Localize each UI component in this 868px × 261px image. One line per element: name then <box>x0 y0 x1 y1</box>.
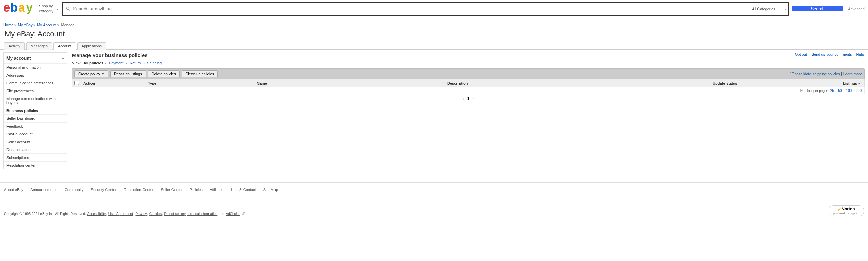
per-page-label: Number per page: <box>800 89 828 93</box>
norton-seal[interactable]: ✔Norton powered by digicert <box>829 205 864 216</box>
view-all[interactable]: All policies <box>84 61 103 65</box>
sidebar-item-addresses[interactable]: Addresses <box>4 71 67 79</box>
info-icon[interactable]: ⓘ <box>242 212 245 216</box>
view-filter-row: View: All policies • Payment • Return • … <box>72 61 865 68</box>
sort-desc-icon: ▼ <box>858 82 861 85</box>
policy-toolbar: Create policy ▼ Reassign listings Delete… <box>72 68 865 79</box>
dropdown-arrow-icon: ▼ <box>101 72 104 76</box>
sidebar-item-paypal[interactable]: PayPal account <box>4 130 67 138</box>
sidebar-item-resolution-center[interactable]: Resolution center <box>4 161 67 169</box>
advanced-search-link[interactable]: Advanced <box>848 7 865 11</box>
legal-user-agreement[interactable]: User Agreement <box>108 212 133 216</box>
col-description: Description <box>447 81 713 85</box>
search-button[interactable]: Search <box>792 6 843 11</box>
sidebar-item-comm-prefs[interactable]: Communication preferences <box>4 79 67 87</box>
legal-privacy[interactable]: Privacy <box>135 212 147 216</box>
col-name: Name <box>257 81 447 85</box>
ebay-logo-svg: e b a y <box>3 2 36 15</box>
tab-messages[interactable]: Messages <box>26 42 52 50</box>
per-page-200[interactable]: 200 <box>856 89 862 93</box>
breadcrumb-home[interactable]: Home <box>3 23 13 27</box>
legal-cookies[interactable]: Cookies <box>149 212 162 216</box>
page-title: My eBay: Account <box>0 28 868 42</box>
footer-resolution[interactable]: Resolution Center <box>123 187 153 192</box>
svg-text:e: e <box>3 2 10 14</box>
sidebar-item-seller-dashboard[interactable]: Seller Dashboard <box>4 114 67 122</box>
col-listings[interactable]: Listings▼ <box>828 81 862 85</box>
send-comments-link[interactable]: Send us your comments <box>812 52 852 56</box>
sidebar-item-donation[interactable]: Donation account <box>4 146 67 153</box>
reassign-listings-button[interactable]: Reassign listings <box>110 70 146 77</box>
footer-community[interactable]: Community <box>65 187 84 192</box>
main-content: Manage your business policies Opt out | … <box>72 52 865 103</box>
create-policy-label: Create policy <box>78 72 100 76</box>
svg-text:a: a <box>18 2 25 14</box>
search-icon <box>66 6 71 12</box>
pagination: ‹ 1 › <box>72 94 865 103</box>
breadcrumb-current: Manage <box>61 23 75 27</box>
col-update-status: Update status <box>713 81 828 85</box>
view-payment[interactable]: Payment <box>109 61 123 65</box>
chevron-down-icon: ⌄ <box>55 6 59 12</box>
shop-by-category[interactable]: Shop by category ⌄ <box>39 4 59 13</box>
footer-affiliates[interactable]: Affiliates <box>210 187 223 192</box>
copyright-row: Copyright © 1995-2021 eBay Inc. All Righ… <box>4 212 245 216</box>
col-type: Type <box>148 81 257 85</box>
sidebar-item-manage-comm-buyers[interactable]: Manage communications with buyers <box>4 95 67 107</box>
footer-seller-center[interactable]: Seller Center <box>161 187 183 192</box>
svg-text:y: y <box>26 2 33 14</box>
per-page-25[interactable]: 25 <box>830 89 834 93</box>
create-policy-button[interactable]: Create policy ▼ <box>74 70 108 77</box>
view-label: View: <box>72 61 81 65</box>
sidebar-item-site-prefs[interactable]: Site preferences <box>4 87 67 95</box>
view-shipping[interactable]: Shipping <box>147 61 162 65</box>
sidebar-item-business-policies[interactable]: Business policies <box>4 107 67 114</box>
col-action: Action <box>83 81 148 85</box>
site-footer: About eBay Announcements Community Secur… <box>0 182 868 218</box>
footer-security[interactable]: Security Center <box>91 187 117 192</box>
collapse-sidebar-icon[interactable]: « <box>62 56 64 61</box>
top-links: Opt out | Send us your comments | Help <box>794 52 865 56</box>
learn-more-link[interactable]: Learn more <box>843 72 862 76</box>
breadcrumb-myebay[interactable]: My eBay <box>18 23 33 27</box>
main-title: Manage your business policies <box>72 52 148 61</box>
search-input[interactable] <box>73 6 746 11</box>
checkmark-icon: ✔ <box>837 207 841 212</box>
tab-applications[interactable]: Applications <box>77 42 106 50</box>
sidebar-item-subscriptions[interactable]: Subscriptions <box>4 153 67 161</box>
legal-dns[interactable]: Do not sell my personal information <box>164 212 218 216</box>
footer-announcements[interactable]: Announcements <box>30 187 57 192</box>
shopby-line2: category <box>39 9 53 13</box>
norton-by: powered by digicert <box>833 212 859 215</box>
page-next-icon: › <box>473 96 474 101</box>
select-all-checkbox[interactable] <box>74 81 79 85</box>
delete-policies-button[interactable]: Delete policies <box>148 70 180 77</box>
clean-up-policies-button[interactable]: Clean up policies <box>182 70 218 77</box>
tab-activity[interactable]: Activity <box>4 42 25 50</box>
footer-about[interactable]: About eBay <box>4 187 23 192</box>
footer-sitemap[interactable]: Site Map <box>263 187 278 192</box>
legal-accessibility[interactable]: Accessibility <box>87 212 106 216</box>
view-return[interactable]: Return <box>130 61 141 65</box>
tab-account[interactable]: Account <box>53 42 76 50</box>
per-page-50[interactable]: 50 <box>838 89 842 93</box>
help-link[interactable]: Help <box>856 52 864 56</box>
footer-policies[interactable]: Policies <box>190 187 203 192</box>
legal-adchoice[interactable]: AdChoice <box>226 212 240 216</box>
sidebar-item-feedback[interactable]: Feedback <box>4 122 67 130</box>
sidebar-item-personal-info[interactable]: Personal information <box>4 63 67 71</box>
opt-out-link[interactable]: Opt out <box>795 52 807 56</box>
search-bar: All Categories <box>62 2 789 16</box>
ebay-logo[interactable]: e b a y <box>3 2 36 16</box>
footer-help[interactable]: Help & Contact <box>231 187 256 192</box>
policy-table-header: Action Type Name Description Update stat… <box>72 79 865 87</box>
breadcrumb-myaccount[interactable]: My Account <box>37 23 56 27</box>
consolidate-shipping-link[interactable]: Consolidate shipping policies <box>792 72 840 76</box>
category-select[interactable]: All Categories <box>749 3 788 15</box>
per-page-100[interactable]: 100 <box>846 89 852 93</box>
sidebar-item-seller-account[interactable]: Seller account <box>4 138 67 146</box>
account-sidebar: My account « Personal information Addres… <box>3 52 67 169</box>
legal-and: and <box>219 212 224 216</box>
shopby-line1: Shop by <box>39 4 53 9</box>
site-header: e b a y Shop by category ⌄ All Categorie… <box>0 0 868 20</box>
